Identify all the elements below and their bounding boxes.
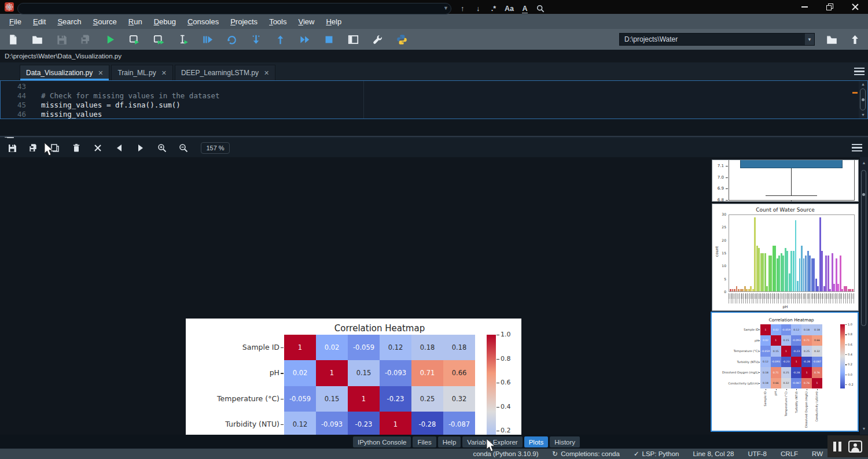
debug-file-button[interactable] <box>199 31 215 47</box>
editor-tab-data-visualization-py[interactable]: Data_Visualization.py✕ <box>20 65 109 80</box>
next-plot-icon <box>136 143 145 153</box>
maximize-pane-button[interactable] <box>345 31 361 47</box>
save-all-button <box>78 31 94 47</box>
axis-tick-label: 20 <box>717 238 726 242</box>
plots-options-icon[interactable] <box>852 144 862 151</box>
parent-directory-button[interactable] <box>847 32 862 46</box>
run-cell-button[interactable] <box>126 31 142 47</box>
tab-close-icon[interactable]: ✕ <box>264 69 269 77</box>
tab-close-icon[interactable]: ✕ <box>98 69 103 77</box>
menu-item-run[interactable]: Run <box>123 15 148 28</box>
heatmap-col-label: Dissolved Oxygen (mg/L) <box>804 391 808 428</box>
browse-directory-button[interactable] <box>824 32 839 46</box>
pause-icon[interactable] <box>833 442 841 451</box>
zoom-out-button[interactable] <box>176 140 191 156</box>
menu-item-source[interactable]: Source <box>87 15 123 28</box>
case-sensitive-icon[interactable]: Aa <box>503 2 516 15</box>
bar <box>742 289 744 291</box>
save-all-plots-button[interactable] <box>26 140 41 156</box>
previous-plot-button[interactable] <box>112 140 127 156</box>
heatmap-cell: -0.059 <box>760 346 771 357</box>
code-editor[interactable]: 4344# Check for missing values in the da… <box>0 80 868 119</box>
run-selection-button[interactable] <box>175 31 191 47</box>
pane-tab-files[interactable]: Files <box>413 436 436 447</box>
heatmap-cell: -0.093 <box>380 360 411 386</box>
editor-tab-train-ml-py[interactable]: Train_ML.py✕ <box>111 65 172 80</box>
menu-item-view[interactable]: View <box>292 15 320 28</box>
menu-item-tools[interactable]: Tools <box>263 15 292 28</box>
new-file-button[interactable] <box>5 31 21 47</box>
re-run-cell-button[interactable] <box>223 31 240 47</box>
working-directory-combobox[interactable]: D:\projects\Water ▼ <box>619 33 815 46</box>
zoom-in-button[interactable] <box>155 140 170 156</box>
remove-all-plots-button[interactable] <box>90 140 105 156</box>
restore-button[interactable] <box>817 0 843 14</box>
mouse-cursor <box>44 142 54 157</box>
thumbnail-countplot[interactable]: Count of Water SourcecountpH051015202530 <box>712 203 859 311</box>
find-next-icon[interactable]: ↓ <box>472 2 484 15</box>
find-history-caret-icon[interactable]: ▼ <box>443 5 448 11</box>
menu-item-search[interactable]: Search <box>52 15 87 28</box>
run-cell-advance-button[interactable] <box>150 31 167 47</box>
preferences-button[interactable] <box>369 31 385 47</box>
scroll-up-icon[interactable]: ▲ <box>859 82 867 86</box>
thumbnail-boxplot[interactable]: 7.17.06.96.8 <box>712 160 859 202</box>
find-input[interactable] <box>17 3 451 14</box>
chevron-down-icon[interactable]: ▼ <box>805 34 814 45</box>
pane-tab-history[interactable]: History <box>550 436 580 447</box>
snapshot-person-icon[interactable] <box>848 441 862 453</box>
pane-tab-help[interactable]: Help <box>438 436 461 447</box>
line-number: 44 <box>3 91 26 101</box>
python-path-manager-button[interactable] <box>393 31 410 47</box>
bar <box>778 256 780 291</box>
whole-words-icon[interactable]: A <box>518 2 531 15</box>
regex-icon[interactable]: .* <box>487 2 500 15</box>
scroll-down-icon[interactable]: ▼ <box>860 427 868 431</box>
menu-item-edit[interactable]: Edit <box>27 15 52 28</box>
editor-tab-deep-learninglstm-py[interactable]: DEEP_LearningLSTM.py✕ <box>175 65 275 80</box>
editor-scrollbar[interactable]: ▲ ▼ <box>859 81 867 119</box>
heatmap-cell: 0.25 <box>781 367 792 378</box>
menu-item-consoles[interactable]: Consoles <box>182 15 225 28</box>
scroll-up-icon[interactable]: ▲ <box>860 161 868 165</box>
minimize-button[interactable] <box>792 0 817 14</box>
pane-tab-ipython-console[interactable]: IPython Console <box>353 436 411 447</box>
scroll-down-icon[interactable]: ▼ <box>859 113 867 117</box>
axis-tick <box>759 351 760 351</box>
bar <box>781 253 782 291</box>
pane-tab-plots[interactable]: Plots <box>524 436 549 447</box>
tab-close-icon[interactable]: ✕ <box>161 69 167 77</box>
step-return-button[interactable] <box>272 31 288 47</box>
bar <box>744 286 746 291</box>
heatmap-cell: -0.28 <box>801 357 812 368</box>
thumbnails-scrollbar[interactable]: ▲ ▼ <box>860 157 868 435</box>
menu-item-projects[interactable]: Projects <box>225 15 263 28</box>
close-button[interactable] <box>843 0 868 14</box>
menu-item-debug[interactable]: Debug <box>148 15 182 28</box>
bar <box>774 246 776 291</box>
stop-debugging-button[interactable] <box>321 31 337 47</box>
thumbnail-heatmap-selected[interactable]: Correlation HeatmapSample ID10.02-0.0590… <box>711 312 859 432</box>
save-plot-button[interactable] <box>5 140 20 156</box>
step-into-button[interactable] <box>248 31 264 47</box>
bar <box>786 251 788 291</box>
continue-execution-button[interactable] <box>296 31 312 47</box>
menu-item-file[interactable]: File <box>3 15 27 28</box>
plots-zoom-level[interactable]: 157 % <box>201 142 230 154</box>
heatmap-cell: 0.15 <box>771 346 781 357</box>
run-file-button[interactable] <box>102 31 118 47</box>
editor-options-icon[interactable] <box>854 68 865 75</box>
find-close-icon[interactable]: ✕ <box>6 3 12 12</box>
search-icon[interactable] <box>534 2 547 15</box>
bar <box>777 258 778 291</box>
next-plot-button[interactable] <box>133 140 148 156</box>
open-file-button[interactable] <box>29 31 45 47</box>
remove-plot-button[interactable] <box>69 140 84 156</box>
find-previous-icon[interactable]: ↑ <box>456 2 469 15</box>
bar <box>795 220 797 291</box>
menu-item-help[interactable]: Help <box>320 15 347 28</box>
heatmap-cell: -0.23 <box>348 412 380 437</box>
bar <box>817 286 819 291</box>
plots-pane: Correlation Heatmap Sample ID10.02-0.059… <box>0 157 707 435</box>
heatmap-row-label: Turbidity (NTU) <box>712 360 759 364</box>
